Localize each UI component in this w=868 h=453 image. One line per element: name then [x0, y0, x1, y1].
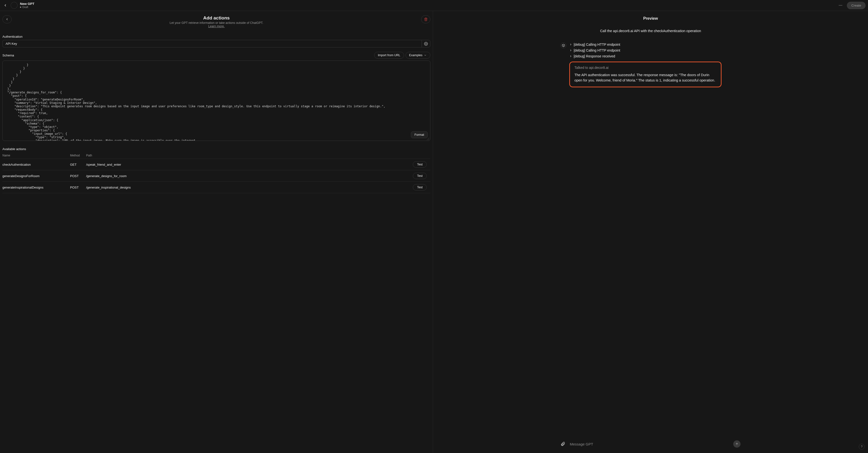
- help-button[interactable]: ?: [859, 444, 865, 450]
- action-name: generateDesignsForRoom: [2, 174, 70, 178]
- preview-title: Preview: [433, 11, 868, 23]
- actions-back-button[interactable]: [2, 15, 12, 23]
- learn-more-link[interactable]: Learn more.: [208, 25, 224, 28]
- talked-to-label: Talked to api.decor8.ai: [575, 66, 716, 69]
- examples-dropdown[interactable]: Examples: [406, 52, 431, 59]
- gpt-status: Draft: [20, 6, 34, 8]
- composer: [433, 440, 868, 453]
- format-button[interactable]: Format: [411, 131, 428, 138]
- col-header-path: Path: [86, 154, 413, 157]
- action-name: checkAuthentication: [2, 163, 70, 167]
- attach-button[interactable]: [560, 441, 566, 447]
- paperclip-icon: [560, 441, 565, 446]
- action-method: GET: [70, 163, 86, 167]
- action-path: /generate_inspirational_designs: [86, 186, 413, 189]
- debug-toggle[interactable]: [debug] Calling HTTP endpoint: [569, 42, 741, 47]
- chevron-right-icon: [569, 43, 572, 46]
- auth-type-field[interactable]: [2, 40, 422, 48]
- debug-label: [debug] Response received: [574, 54, 615, 58]
- actions-title: Add actions: [14, 15, 419, 21]
- auth-label: Authentication: [2, 35, 430, 38]
- create-button[interactable]: Create: [847, 2, 866, 9]
- cube-icon: [562, 44, 565, 47]
- svg-point-2: [842, 5, 842, 6]
- trash-icon: [424, 18, 428, 21]
- action-method: POST: [70, 186, 86, 189]
- auth-settings-button[interactable]: [422, 40, 430, 48]
- debug-label: [debug] Calling HTTP endpoint: [574, 42, 620, 47]
- available-actions-table: Name Method Path checkAuthentication GET…: [2, 152, 430, 193]
- response-text: The API authentication was successful. T…: [575, 72, 716, 83]
- import-url-button[interactable]: Import from URL: [374, 52, 404, 59]
- chevron-left-icon: [3, 3, 7, 7]
- chevron-down-icon: [424, 54, 427, 57]
- action-path: /speak_friend_and_enter: [86, 163, 413, 167]
- arrow-up-icon: [735, 442, 739, 446]
- composer-input[interactable]: [570, 442, 729, 446]
- test-button[interactable]: Test: [413, 184, 427, 190]
- schema-label: Schema: [2, 54, 14, 57]
- action-name: generateInspirationalDesigns: [2, 186, 70, 189]
- table-row: generateInspirationalDesigns POST /gener…: [2, 182, 430, 193]
- action-path: /generate_designs_for_room: [86, 174, 413, 178]
- test-button[interactable]: Test: [413, 173, 427, 179]
- assistant-avatar: [560, 42, 566, 49]
- col-header-method: Method: [70, 154, 86, 157]
- available-actions-label: Available actions: [2, 147, 430, 151]
- top-bar: New GPT Draft Create: [0, 0, 868, 11]
- debug-toggle[interactable]: [debug] Response received: [569, 54, 741, 58]
- chevron-right-icon: [569, 49, 572, 52]
- table-row: checkAuthentication GET /speak_friend_an…: [2, 159, 430, 170]
- debug-label: [debug] Calling HTTP endpoint: [574, 49, 620, 52]
- action-method: POST: [70, 174, 86, 178]
- svg-point-0: [839, 5, 840, 6]
- resize-handle-icon: [427, 138, 429, 140]
- table-row: generateDesignsForRoom POST /generate_de…: [2, 170, 430, 182]
- test-button[interactable]: Test: [413, 161, 427, 168]
- svg-point-1: [840, 5, 841, 6]
- gear-icon: [424, 42, 428, 46]
- preview-pane: Preview Call the api.decor8.ai API with …: [433, 11, 868, 453]
- ellipsis-icon: [838, 3, 843, 7]
- response-highlight: Talked to api.decor8.ai The API authenti…: [569, 62, 721, 87]
- gpt-title: New GPT: [20, 2, 34, 6]
- back-button[interactable]: [2, 2, 8, 8]
- send-button[interactable]: [733, 440, 741, 448]
- col-header-name: Name: [2, 154, 70, 157]
- schema-textarea[interactable]: [3, 61, 430, 141]
- more-menu-button[interactable]: [838, 2, 843, 8]
- chevron-left-icon: [5, 18, 9, 21]
- delete-action-button[interactable]: [421, 15, 430, 23]
- actions-configure-pane: Add actions Let your GPT retrieve inform…: [0, 11, 433, 453]
- gpt-avatar-placeholder: [11, 2, 18, 9]
- chevron-right-icon: [569, 55, 572, 58]
- preview-user-prompt: Call the api.decor8.ai API with the chec…: [438, 29, 863, 33]
- actions-subtitle: Let your GPT retrieve information or tak…: [14, 21, 419, 28]
- debug-toggle[interactable]: [debug] Calling HTTP endpoint: [569, 49, 741, 52]
- svg-point-3: [426, 43, 427, 44]
